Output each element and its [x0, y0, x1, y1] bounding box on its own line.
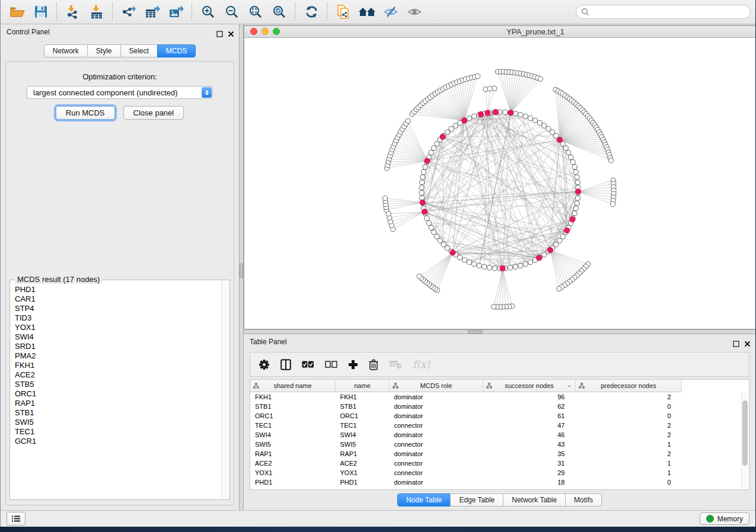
tab-edge-table[interactable]: Edge Table [450, 493, 503, 507]
first-neighbors-button[interactable] [355, 2, 379, 22]
table-scrollbar[interactable] [741, 392, 748, 489]
import-table-button[interactable] [85, 2, 109, 22]
network-node[interactable] [467, 116, 471, 120]
network-node[interactable] [528, 116, 532, 120]
network-node[interactable] [492, 86, 497, 91]
dominator-node[interactable] [557, 137, 563, 143]
mcds-result-item[interactable]: STB5 [10, 380, 221, 389]
network-node[interactable] [542, 252, 547, 257]
create-column-button[interactable] [347, 358, 359, 371]
network-node[interactable] [445, 246, 449, 251]
hide-selected-button[interactable] [379, 2, 403, 22]
mcds-result-item[interactable]: PMA2 [10, 351, 221, 361]
network-node[interactable] [487, 86, 492, 91]
network-node[interactable] [503, 110, 508, 114]
dominator-node[interactable] [508, 110, 513, 116]
network-node[interactable] [432, 146, 436, 150]
tab-network[interactable]: Network [44, 44, 88, 57]
splitter-grip-icon[interactable] [468, 330, 482, 334]
network-node[interactable] [435, 142, 439, 146]
network-node[interactable] [487, 265, 492, 270]
network-node[interactable] [573, 169, 578, 174]
network-node[interactable] [570, 159, 575, 164]
table-row[interactable]: PHD1PHD1dominator180 [250, 477, 682, 487]
export-table-button[interactable] [141, 2, 164, 22]
network-node[interactable] [417, 274, 422, 278]
select-all-rows-button[interactable] [301, 360, 315, 369]
export-network-button[interactable] [117, 2, 141, 22]
network-node[interactable] [423, 165, 428, 169]
tab-select[interactable]: Select [120, 44, 158, 57]
network-node[interactable] [610, 201, 615, 206]
mcds-result-item[interactable]: TID3 [10, 313, 221, 323]
delete-column-button[interactable] [368, 358, 379, 371]
mcds-result-item[interactable]: STP4 [10, 304, 221, 313]
mcds-result-item[interactable]: SWI5 [10, 418, 221, 427]
mcds-result-item[interactable]: RAP1 [10, 399, 221, 408]
network-node[interactable] [438, 238, 442, 243]
network-node[interactable] [432, 230, 436, 235]
network-node[interactable] [532, 118, 537, 123]
network-node[interactable] [542, 123, 547, 128]
run-mcds-button[interactable]: Run MCDS [56, 106, 115, 120]
vertical-splitter[interactable] [239, 24, 244, 510]
network-node[interactable] [550, 130, 554, 134]
network-node[interactable] [477, 263, 481, 268]
network-window-titlebar[interactable]: YPA_prune.txt_1 [244, 26, 755, 38]
close-panel-icon[interactable] [744, 339, 751, 345]
mcds-result-item[interactable]: GCR1 [10, 437, 221, 446]
export-image-button[interactable] [164, 2, 188, 22]
search-input[interactable] [593, 7, 745, 17]
column-header-successor-nodes[interactable]: successor nodes⌄ [483, 380, 576, 392]
network-node[interactable] [523, 114, 528, 118]
save-session-button[interactable] [29, 2, 53, 22]
dominator-node[interactable] [461, 118, 467, 123]
memory-button[interactable]: Memory [700, 512, 749, 525]
mcds-result-item[interactable]: SWI4 [10, 332, 221, 342]
close-panel-icon[interactable] [228, 29, 234, 36]
network-node[interactable] [508, 265, 512, 270]
network-canvas[interactable] [244, 38, 755, 329]
dominator-node[interactable] [420, 200, 425, 205]
network-node[interactable] [462, 258, 467, 262]
network-node[interactable] [419, 190, 424, 195]
horizontal-splitter[interactable] [244, 329, 755, 334]
network-node[interactable] [518, 263, 523, 268]
network-node[interactable] [435, 234, 439, 239]
network-node[interactable] [569, 155, 573, 159]
dominator-node[interactable] [478, 111, 483, 117]
network-node[interactable] [557, 238, 562, 243]
network-node[interactable] [557, 286, 562, 291]
network-node[interactable] [425, 216, 429, 220]
network-node[interactable] [472, 262, 477, 267]
table-row[interactable]: FKH1FKH1dominator962 [250, 392, 682, 402]
table-row[interactable]: ACE2ACE2connector311 [250, 459, 682, 468]
network-node[interactable] [483, 87, 488, 92]
column-header-shared-name[interactable]: shared name [250, 380, 336, 392]
network-node[interactable] [467, 259, 471, 264]
zoom-traffic-light[interactable] [273, 28, 280, 35]
table-row[interactable]: SWI4SWI4dominator462 [250, 430, 682, 440]
table-row[interactable]: SWI5SWI5connector431 [250, 440, 682, 449]
network-node[interactable] [538, 76, 543, 81]
table-scrollbar-thumb[interactable] [742, 400, 748, 466]
task-history-button[interactable] [7, 512, 25, 525]
network-node[interactable] [575, 201, 579, 206]
table-row[interactable]: RAP1RAP1dominator352 [250, 449, 682, 459]
show-columns-button[interactable] [279, 358, 292, 371]
minimize-traffic-light[interactable] [261, 28, 269, 35]
dominator-node[interactable] [564, 227, 570, 233]
dominator-node[interactable] [450, 250, 455, 255]
network-node[interactable] [406, 118, 410, 123]
network-node[interactable] [482, 264, 487, 269]
network-node[interactable] [472, 114, 477, 118]
dominator-node[interactable] [493, 110, 498, 115]
network-node[interactable] [575, 180, 580, 185]
dominator-node[interactable] [425, 158, 430, 164]
network-node[interactable] [492, 305, 496, 309]
network-node[interactable] [560, 234, 565, 239]
dominator-node[interactable] [440, 134, 445, 139]
table-row[interactable]: ORC1ORC1dominator610 [250, 411, 682, 421]
mcds-result-item[interactable]: FKH1 [10, 361, 221, 370]
open-file-button[interactable] [5, 2, 29, 22]
